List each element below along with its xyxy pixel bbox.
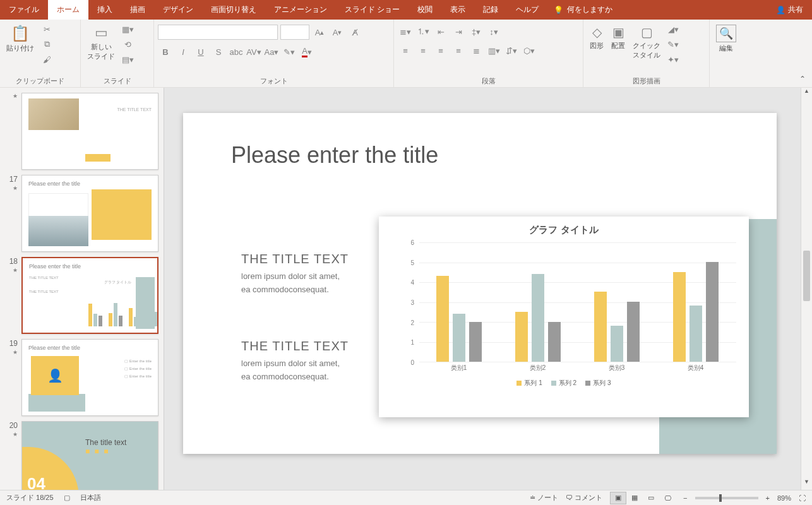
indent-increase-button[interactable]: ⇥ — [451, 25, 466, 39]
font-size-combo[interactable] — [280, 25, 309, 40]
text-block-2[interactable]: THE TITLE TEXT lorem ipsum dolor sit ame… — [241, 339, 349, 384]
language-label[interactable]: 日本語 — [80, 493, 101, 502]
shape-outline-button[interactable]: ✎▾ — [666, 37, 681, 51]
chart-object[interactable]: グラフ タイトル 0123456 类别1类别2类别3类别4 系列 1系列 2系列… — [379, 217, 749, 417]
font-color-button[interactable]: A▾ — [299, 45, 314, 59]
smartart-button[interactable]: ⬡▾ — [522, 44, 537, 57]
decrease-font-button[interactable]: A▾ — [330, 25, 345, 39]
bullets-button[interactable]: ≣▾ — [398, 25, 413, 39]
align-text-button[interactable]: ⇵▾ — [504, 44, 519, 57]
slide-thumbnail[interactable]: ★THE TITLE TEXTTHE TITLE TEXT — [0, 90, 164, 172]
change-case-button[interactable]: Aa▾ — [264, 45, 279, 59]
shape-effects-button[interactable]: ✦▾ — [666, 52, 681, 66]
clear-format-button[interactable]: A̸ — [347, 25, 362, 39]
notes-button[interactable]: ≐ ノート — [530, 493, 558, 502]
align-center-button[interactable]: ≡ — [415, 44, 431, 57]
tab-file[interactable]: ファイル — [0, 0, 48, 20]
tab-design[interactable]: デザイン — [154, 0, 202, 20]
tell-me[interactable]: 💡 何をしますか — [554, 0, 612, 20]
align-right-button[interactable]: ≡ — [433, 44, 448, 57]
shadow-button[interactable]: abc — [229, 45, 244, 59]
share-button[interactable]: 👤 共有 — [776, 4, 803, 15]
highlight-button[interactable]: ✎▾ — [282, 45, 297, 59]
editing-label: 編集 — [719, 44, 733, 53]
shapes-button[interactable]: ◇図形 — [587, 22, 606, 53]
new-slide-icon: ▭ — [95, 25, 108, 41]
layout-button[interactable]: ▦▾ — [120, 22, 135, 36]
shapes-label: 図形 — [590, 41, 604, 50]
paste-button[interactable]: 📋 貼り付け — [4, 22, 37, 56]
tab-record[interactable]: 記録 — [474, 0, 507, 20]
normal-view-button[interactable]: ▣ — [610, 492, 626, 504]
tab-draw[interactable]: 描画 — [121, 0, 154, 20]
comments-button[interactable]: 🗨 コメント — [566, 493, 602, 502]
tab-view[interactable]: 表示 — [441, 0, 474, 20]
vertical-scrollbar[interactable]: ▲ ▼ — [801, 88, 812, 490]
chart-legend: 系列 1系列 2系列 3 — [391, 379, 736, 388]
slideshow-view-button[interactable]: 🖵 — [659, 492, 676, 504]
thumbnail-panel[interactable]: ★THE TITLE TEXTTHE TITLE TEXT17★Please e… — [0, 88, 164, 490]
shape-fill-button[interactable]: ◢▾ — [666, 22, 681, 36]
zoom-in-button[interactable]: + — [766, 494, 770, 502]
increase-font-button[interactable]: A▴ — [312, 25, 327, 39]
copy-button[interactable]: ⧉ — [39, 37, 54, 51]
slide-thumbnail[interactable]: 17★Please enter the title — [0, 172, 164, 254]
indent-decrease-button[interactable]: ⇤ — [433, 25, 448, 39]
zoom-slider[interactable] — [695, 497, 758, 499]
font-name-combo[interactable] — [158, 25, 278, 40]
chart-bar — [515, 312, 528, 362]
tab-review[interactable]: 校閲 — [409, 0, 441, 20]
tab-insert[interactable]: 挿入 — [88, 0, 121, 20]
tab-transitions[interactable]: 画面切り替え — [202, 0, 265, 20]
section-button[interactable]: ▤▾ — [120, 52, 135, 66]
columns-button[interactable]: ▥▾ — [486, 44, 501, 57]
slide-thumbnail[interactable]: 20★04The title text■ ■ ■ — [0, 419, 164, 490]
fit-window-button[interactable]: ⛶ — [799, 494, 806, 502]
editing-button[interactable]: 🔍編集 — [713, 22, 739, 56]
block-head: THE TITLE TEXT — [241, 252, 349, 266]
scroll-up-icon[interactable]: ▲ — [801, 88, 812, 99]
chart-bar — [594, 292, 607, 362]
spellcheck-icon[interactable]: ▢ — [64, 494, 70, 502]
reading-view-button[interactable]: ▭ — [643, 492, 659, 504]
bold-button[interactable]: B — [158, 45, 173, 59]
slides-group-label: スライド — [85, 75, 150, 87]
tab-help[interactable]: ヘルプ — [507, 0, 547, 20]
zoom-out-button[interactable]: − — [683, 494, 687, 502]
slide-canvas[interactable]: Please enter the title THE TITLE TEXT lo… — [164, 88, 801, 490]
share-icon: 👤 — [776, 6, 785, 15]
text-block-1[interactable]: THE TITLE TEXT lorem ipsum dolor sit ame… — [241, 252, 349, 297]
tab-animations[interactable]: アニメーション — [265, 0, 336, 20]
collapse-ribbon-button[interactable]: ⌃ — [793, 71, 812, 87]
text-direction-button[interactable]: ↕▾ — [486, 25, 501, 39]
scroll-thumb[interactable] — [803, 251, 810, 301]
new-slide-button[interactable]: ▭ 新しい スライド — [85, 22, 117, 64]
slide-thumbnail[interactable]: 19★Please enter the title👤▢ Enter the ti… — [0, 336, 164, 419]
scroll-down-icon[interactable]: ▼ — [801, 478, 812, 490]
current-slide[interactable]: Please enter the title THE TITLE TEXT lo… — [183, 113, 777, 454]
spacing-button[interactable]: AV▾ — [246, 45, 261, 59]
workspace: ★THE TITLE TEXTTHE TITLE TEXT17★Please e… — [0, 88, 812, 490]
cut-button[interactable]: ✂ — [39, 22, 54, 36]
quick-styles-button[interactable]: ▢クイック スタイル — [630, 22, 663, 62]
reset-button[interactable]: ⟲ — [120, 37, 135, 51]
chart-bar — [548, 322, 561, 362]
line-spacing-button[interactable]: ‡▾ — [469, 25, 484, 39]
sorter-view-button[interactable]: ▦ — [626, 492, 643, 504]
zoom-value[interactable]: 89% — [777, 494, 791, 502]
strike-button[interactable]: S — [211, 45, 226, 59]
slide-title[interactable]: Please enter the title — [231, 142, 438, 169]
format-painter-button[interactable]: 🖌 — [39, 52, 54, 66]
arrange-button[interactable]: ▣配置 — [609, 22, 628, 53]
tab-slideshow[interactable]: スライド ショー — [336, 0, 409, 20]
distribute-button[interactable]: ≣ — [469, 44, 484, 57]
justify-button[interactable]: ≡ — [451, 44, 466, 57]
slide-thumbnail[interactable]: 18★Please enter the titleTHE TITLE TEXTT… — [0, 254, 164, 336]
chart-bar — [611, 326, 623, 362]
italic-button[interactable]: I — [176, 45, 191, 59]
underline-button[interactable]: U — [193, 45, 208, 59]
zoom-handle[interactable] — [719, 494, 722, 502]
tab-home[interactable]: ホーム — [48, 0, 88, 20]
align-left-button[interactable]: ≡ — [398, 44, 413, 57]
numbering-button[interactable]: ⒈▾ — [415, 25, 431, 39]
